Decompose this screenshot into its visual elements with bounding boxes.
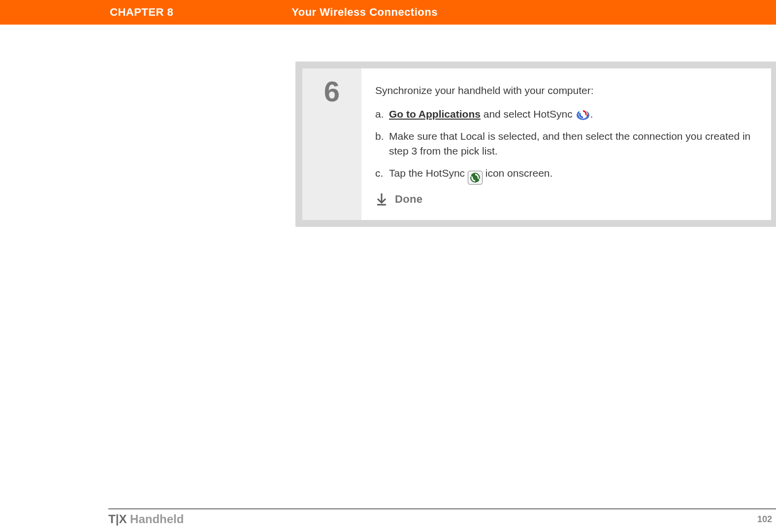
footer-product: T|X Handheld [108,512,184,526]
substep-c-text: Tap the HotSync icon onscreen. [389,166,755,185]
step-inner: 6 Synchronize your handheld with your co… [302,68,771,220]
down-arrow-icon [375,193,388,206]
substep-c-before-icon: Tap the HotSync [389,167,468,179]
step-card: 6 Synchronize your handheld with your co… [295,62,776,227]
substep-b-letter: b. [375,129,389,159]
substep-c-letter: c. [375,166,389,185]
substep-a-text: Go to Applications and select HotSync . [389,107,755,122]
substep-a-after-link: and select HotSync [481,108,576,120]
substep-c-after-icon: icon onscreen. [483,167,552,179]
done-row: Done [375,191,755,207]
page-footer: T|X Handheld 102 [108,508,776,526]
substep-c: c. Tap the HotSync icon onscreen. [375,166,755,185]
substep-a-letter: a. [375,107,389,122]
step-lead-text: Synchronize your handheld with your comp… [375,83,755,98]
done-label: Done [395,191,422,207]
substep-a: a. Go to Applications and select HotSync… [375,107,755,122]
footer-rule [108,508,776,509]
go-to-applications-link[interactable]: Go to Applications [389,108,481,120]
footer-product-rest: Handheld [127,512,184,526]
footer-row: T|X Handheld 102 [108,512,776,526]
step-number: 6 [302,77,361,106]
substep-b-text: Make sure that Local is selected, and th… [389,129,755,159]
footer-product-bold: T|X [108,512,127,526]
step-number-column: 6 [302,68,361,220]
chapter-header: CHAPTER 8 Your Wireless Connections [0,0,776,25]
chapter-title: Your Wireless Connections [291,6,438,19]
step-body: Synchronize your handheld with your comp… [361,68,771,220]
hotsync-app-icon [576,108,590,120]
substep-a-period: . [590,108,593,120]
footer-page-number: 102 [757,514,772,525]
hotsync-button-icon [468,171,483,185]
substep-b: b. Make sure that Local is selected, and… [375,129,755,159]
chapter-label: CHAPTER 8 [110,6,173,19]
